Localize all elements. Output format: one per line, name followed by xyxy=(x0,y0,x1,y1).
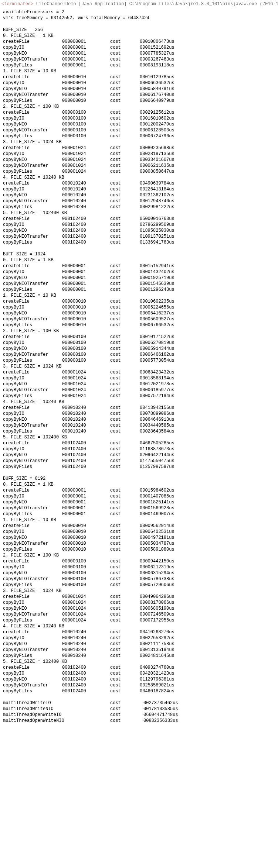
time-value: 00413942156us xyxy=(140,405,195,411)
method-name: copyByFiles xyxy=(3,688,62,694)
cost-label: cost xyxy=(110,62,140,68)
time-value: 00006724796us xyxy=(140,133,195,139)
size-value: 000000010 xyxy=(62,80,110,86)
benchmark-row: copyByNIOTransfer000102400cost0109137025… xyxy=(3,234,275,240)
time-value: 00015984602us xyxy=(140,488,195,493)
cost-label: cost xyxy=(110,612,140,617)
benchmark-row: copyByIO000010240cost00078899086us xyxy=(3,411,275,417)
method-name: copyByFiles xyxy=(3,204,62,210)
cost-label: cost xyxy=(110,594,140,600)
cost-label: cost xyxy=(110,558,140,564)
cost-label: cost xyxy=(110,564,140,570)
time-value: 04093274760us xyxy=(140,665,195,671)
cost-label: cost xyxy=(110,228,140,234)
size-value: 000000010 xyxy=(62,304,110,310)
size-value: 000000100 xyxy=(62,576,110,582)
method-name: copyByNIOTransfer xyxy=(3,682,62,688)
cost-label: cost xyxy=(110,464,140,470)
cost-label: cost xyxy=(110,511,140,517)
size-value: 000000001 xyxy=(62,45,110,51)
benchmark-row: createFile000000001cost00015984602us xyxy=(3,488,275,493)
method-name: copyByIO xyxy=(3,340,62,346)
time-value: 00178103585us xyxy=(143,706,199,712)
benchmark-row: copyByIO000000001cost00001521692us xyxy=(3,45,275,51)
size-value: 000000100 xyxy=(62,352,110,358)
benchmark-row: copyByIO000102400cost01168878673us xyxy=(3,446,275,452)
size-value: 000000010 xyxy=(62,322,110,328)
time-value: 00001407085us xyxy=(140,493,195,499)
cost-label: cost xyxy=(110,700,143,706)
method-name: copyByNIOTransfer xyxy=(3,92,62,98)
multithread-row: multiThreadOpenWriteNIOcost00832356333us xyxy=(3,718,275,724)
time-value: 00028643584us xyxy=(140,428,195,434)
method-name: copyByNIO xyxy=(3,121,62,127)
cost-label: cost xyxy=(110,299,140,304)
method-name: copyByNIOTransfer xyxy=(3,387,62,393)
size-value: 000000100 xyxy=(62,127,110,133)
size-value: 000000001 xyxy=(62,263,110,269)
buff-header: BUFF_SIZE = 256 xyxy=(3,27,275,33)
time-value: 00007172955us xyxy=(140,617,195,623)
size-value: 000000001 xyxy=(62,493,110,499)
time-value: 00010129785us xyxy=(140,74,195,80)
size-value: 000102400 xyxy=(62,676,110,682)
time-value: 00258589021us xyxy=(140,682,195,688)
size-value: 000010240 xyxy=(62,405,110,411)
method-name: createFile xyxy=(3,629,62,635)
time-value: 00001432402us xyxy=(140,269,195,275)
method-name: copyByIO xyxy=(3,446,62,452)
time-value: 00231362102us xyxy=(140,192,195,198)
benchmark-row: copyByNIO000000001cost00001925719us xyxy=(3,275,275,281)
filesize-header: 1. FILE_SIZE = 10 KB xyxy=(3,517,275,523)
blank-line xyxy=(3,470,275,476)
cost-label: cost xyxy=(110,358,140,364)
time-value: 00006176740us xyxy=(140,92,195,98)
cost-label: cost xyxy=(110,110,140,116)
size-value: 000000001 xyxy=(62,56,110,62)
size-value: 000001024 xyxy=(62,393,110,399)
benchmark-row: copyByNIO000001024cost00033401607us xyxy=(3,157,275,163)
size-value: 000010240 xyxy=(62,641,110,647)
time-value: 00460187824us xyxy=(140,688,195,694)
time-value: 00006270819us xyxy=(140,340,195,346)
time-value: 00028197135us xyxy=(140,151,195,157)
method-name: copyByFiles xyxy=(3,133,62,139)
method-name: copyByNIOTransfer xyxy=(3,647,62,653)
method-name: multiThreadWriteIO xyxy=(3,700,110,706)
benchmark-row: copyByNIOTransfer000000001cost0000154563… xyxy=(3,281,275,287)
size-value: 000000100 xyxy=(62,133,110,139)
time-value: 00005840791us xyxy=(140,86,195,92)
size-value: 000001024 xyxy=(62,381,110,387)
size-value: 000001024 xyxy=(62,145,110,151)
method-name: copyByNIO xyxy=(3,310,62,316)
benchmark-row: copyByFiles000000100cost00005773054us xyxy=(3,358,275,364)
benchmark-row: copyByNIOTransfer000010240cost0003444058… xyxy=(3,423,275,428)
benchmark-row: copyByNIO000010240cost00231362102us xyxy=(3,192,275,198)
cost-label: cost xyxy=(110,186,140,192)
benchmark-row: copyByNIO000001024cost00006805190us xyxy=(3,606,275,612)
cost-label: cost xyxy=(110,316,140,322)
size-value: 000102400 xyxy=(62,216,110,222)
time-value: 00049064286us xyxy=(140,594,195,600)
blank-line xyxy=(3,694,275,700)
method-name: multiThreadOpenWriteNIO xyxy=(3,718,110,724)
cost-label: cost xyxy=(110,334,140,340)
time-value: 01475550475us xyxy=(140,458,195,464)
benchmark-row: copyByFiles000000001cost00001296243us xyxy=(3,287,275,293)
method-name: copyByNIOTransfer xyxy=(3,352,62,358)
size-value: 000001024 xyxy=(62,387,110,393)
benchmark-row: copyByIO000000010cost00006402531us xyxy=(3,529,275,535)
size-value: 000000100 xyxy=(62,564,110,570)
size-value: 000010240 xyxy=(62,423,110,428)
method-name: copyByIO xyxy=(3,564,62,570)
method-name: copyByIO xyxy=(3,116,62,121)
size-value: 000000010 xyxy=(62,299,110,304)
cost-label: cost xyxy=(110,671,140,676)
cost-label: cost xyxy=(110,180,140,186)
time-value: 00006640979us xyxy=(140,98,195,104)
size-value: 000001024 xyxy=(62,594,110,600)
method-name: copyByIO xyxy=(3,269,62,275)
cost-label: cost xyxy=(110,98,140,104)
cost-label: cost xyxy=(110,163,140,169)
cost-label: cost xyxy=(110,80,140,86)
